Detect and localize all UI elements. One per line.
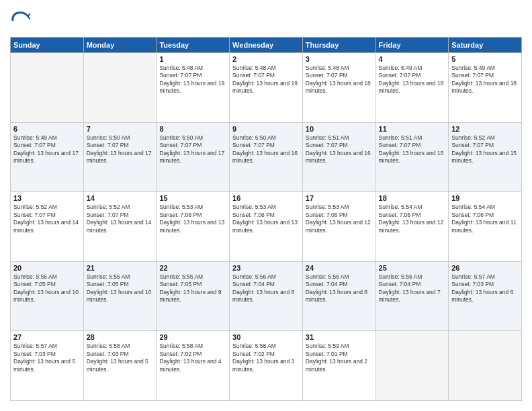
calendar-week-row: 1Sunrise: 5:48 AM Sunset: 7:07 PM Daylig… xyxy=(11,53,522,123)
cell-info: Sunrise: 5:52 AM Sunset: 7:07 PM Dayligh… xyxy=(87,203,154,234)
day-number: 24 xyxy=(306,264,373,272)
cell-info: Sunrise: 5:49 AM Sunset: 7:07 PM Dayligh… xyxy=(451,64,519,95)
day-number: 28 xyxy=(87,333,154,341)
calendar-cell xyxy=(375,331,449,401)
calendar-cell: 5Sunrise: 5:49 AM Sunset: 7:07 PM Daylig… xyxy=(449,53,522,123)
header xyxy=(10,10,522,30)
calendar-table: SundayMondayTuesdayWednesdayThursdayFrid… xyxy=(10,37,522,401)
logo xyxy=(10,10,33,30)
calendar-cell: 3Sunrise: 5:48 AM Sunset: 7:07 PM Daylig… xyxy=(302,53,375,123)
day-number: 25 xyxy=(379,264,446,272)
weekday-header-sunday: Sunday xyxy=(11,38,84,53)
weekday-header-thursday: Thursday xyxy=(302,38,375,53)
calendar-cell: 22Sunrise: 5:55 AM Sunset: 7:05 PM Dayli… xyxy=(157,261,230,331)
day-number: 3 xyxy=(306,55,373,63)
calendar-cell xyxy=(11,53,84,123)
cell-info: Sunrise: 5:54 AM Sunset: 7:06 PM Dayligh… xyxy=(379,203,446,234)
cell-info: Sunrise: 5:55 AM Sunset: 7:05 PM Dayligh… xyxy=(87,273,154,304)
day-number: 16 xyxy=(232,194,300,202)
calendar-cell: 17Sunrise: 5:53 AM Sunset: 7:06 PM Dayli… xyxy=(302,192,375,262)
cell-info: Sunrise: 5:49 AM Sunset: 7:07 PM Dayligh… xyxy=(13,134,81,165)
cell-info: Sunrise: 5:56 AM Sunset: 7:04 PM Dayligh… xyxy=(232,273,300,304)
cell-info: Sunrise: 5:50 AM Sunset: 7:07 PM Dayligh… xyxy=(87,134,154,165)
calendar-cell xyxy=(449,331,522,401)
day-number: 6 xyxy=(13,125,81,133)
day-number: 18 xyxy=(379,194,446,202)
calendar-cell: 31Sunrise: 5:59 AM Sunset: 7:01 PM Dayli… xyxy=(302,331,375,401)
calendar-cell: 2Sunrise: 5:48 AM Sunset: 7:07 PM Daylig… xyxy=(230,53,303,123)
cell-info: Sunrise: 5:54 AM Sunset: 7:06 PM Dayligh… xyxy=(451,203,519,234)
cell-info: Sunrise: 5:55 AM Sunset: 7:05 PM Dayligh… xyxy=(159,273,226,304)
calendar-cell: 30Sunrise: 5:58 AM Sunset: 7:02 PM Dayli… xyxy=(230,331,303,401)
calendar-cell: 4Sunrise: 5:49 AM Sunset: 7:07 PM Daylig… xyxy=(375,53,449,123)
weekday-header-friday: Friday xyxy=(375,38,449,53)
day-number: 30 xyxy=(232,333,300,341)
calendar-cell: 9Sunrise: 5:50 AM Sunset: 7:07 PM Daylig… xyxy=(230,122,303,192)
calendar-cell: 26Sunrise: 5:57 AM Sunset: 7:03 PM Dayli… xyxy=(449,261,522,331)
weekday-header-wednesday: Wednesday xyxy=(230,38,303,53)
day-number: 13 xyxy=(13,194,81,202)
cell-info: Sunrise: 5:52 AM Sunset: 7:07 PM Dayligh… xyxy=(451,134,519,165)
cell-info: Sunrise: 5:56 AM Sunset: 7:04 PM Dayligh… xyxy=(306,273,373,304)
cell-info: Sunrise: 5:51 AM Sunset: 7:07 PM Dayligh… xyxy=(379,134,446,165)
weekday-header-monday: Monday xyxy=(83,38,157,53)
day-number: 19 xyxy=(451,194,519,202)
calendar-cell xyxy=(83,53,157,123)
logo-icon xyxy=(10,10,30,30)
cell-info: Sunrise: 5:53 AM Sunset: 7:06 PM Dayligh… xyxy=(306,203,373,234)
day-number: 21 xyxy=(87,264,154,272)
calendar-week-row: 6Sunrise: 5:49 AM Sunset: 7:07 PM Daylig… xyxy=(11,122,522,192)
calendar-cell: 19Sunrise: 5:54 AM Sunset: 7:06 PM Dayli… xyxy=(449,192,522,262)
cell-info: Sunrise: 5:58 AM Sunset: 7:03 PM Dayligh… xyxy=(87,342,154,373)
calendar-cell: 8Sunrise: 5:50 AM Sunset: 7:07 PM Daylig… xyxy=(157,122,230,192)
weekday-header-tuesday: Tuesday xyxy=(157,38,230,53)
calendar-week-row: 27Sunrise: 5:57 AM Sunset: 7:03 PM Dayli… xyxy=(11,331,522,401)
calendar-cell: 20Sunrise: 5:55 AM Sunset: 7:05 PM Dayli… xyxy=(11,261,84,331)
cell-info: Sunrise: 5:48 AM Sunset: 7:07 PM Dayligh… xyxy=(306,64,373,95)
weekday-header-row: SundayMondayTuesdayWednesdayThursdayFrid… xyxy=(11,38,522,53)
calendar-cell: 16Sunrise: 5:53 AM Sunset: 7:06 PM Dayli… xyxy=(230,192,303,262)
calendar-cell: 6Sunrise: 5:49 AM Sunset: 7:07 PM Daylig… xyxy=(11,122,84,192)
day-number: 26 xyxy=(451,264,519,272)
calendar-cell: 12Sunrise: 5:52 AM Sunset: 7:07 PM Dayli… xyxy=(449,122,522,192)
calendar-cell: 14Sunrise: 5:52 AM Sunset: 7:07 PM Dayli… xyxy=(83,192,157,262)
cell-info: Sunrise: 5:56 AM Sunset: 7:04 PM Dayligh… xyxy=(379,273,446,304)
cell-info: Sunrise: 5:53 AM Sunset: 7:06 PM Dayligh… xyxy=(232,203,300,234)
day-number: 7 xyxy=(87,125,154,133)
calendar-week-row: 13Sunrise: 5:52 AM Sunset: 7:07 PM Dayli… xyxy=(11,192,522,262)
day-number: 27 xyxy=(13,333,81,341)
calendar-cell: 1Sunrise: 5:48 AM Sunset: 7:07 PM Daylig… xyxy=(157,53,230,123)
day-number: 15 xyxy=(159,194,226,202)
day-number: 31 xyxy=(306,333,373,341)
day-number: 29 xyxy=(159,333,226,341)
day-number: 17 xyxy=(306,194,373,202)
calendar-cell: 7Sunrise: 5:50 AM Sunset: 7:07 PM Daylig… xyxy=(83,122,157,192)
page: SundayMondayTuesdayWednesdayThursdayFrid… xyxy=(0,0,532,411)
day-number: 22 xyxy=(159,264,226,272)
day-number: 20 xyxy=(13,264,81,272)
cell-info: Sunrise: 5:57 AM Sunset: 7:03 PM Dayligh… xyxy=(451,273,519,304)
calendar-cell: 18Sunrise: 5:54 AM Sunset: 7:06 PM Dayli… xyxy=(375,192,449,262)
cell-info: Sunrise: 5:50 AM Sunset: 7:07 PM Dayligh… xyxy=(232,134,300,165)
calendar-week-row: 20Sunrise: 5:55 AM Sunset: 7:05 PM Dayli… xyxy=(11,261,522,331)
cell-info: Sunrise: 5:58 AM Sunset: 7:02 PM Dayligh… xyxy=(159,342,226,373)
calendar-cell: 28Sunrise: 5:58 AM Sunset: 7:03 PM Dayli… xyxy=(83,331,157,401)
calendar-cell: 10Sunrise: 5:51 AM Sunset: 7:07 PM Dayli… xyxy=(302,122,375,192)
calendar-cell: 13Sunrise: 5:52 AM Sunset: 7:07 PM Dayli… xyxy=(11,192,84,262)
day-number: 10 xyxy=(306,125,373,133)
day-number: 14 xyxy=(87,194,154,202)
calendar-cell: 11Sunrise: 5:51 AM Sunset: 7:07 PM Dayli… xyxy=(375,122,449,192)
calendar-cell: 21Sunrise: 5:55 AM Sunset: 7:05 PM Dayli… xyxy=(83,261,157,331)
day-number: 2 xyxy=(232,55,300,63)
cell-info: Sunrise: 5:51 AM Sunset: 7:07 PM Dayligh… xyxy=(306,134,373,165)
day-number: 11 xyxy=(379,125,446,133)
cell-info: Sunrise: 5:57 AM Sunset: 7:03 PM Dayligh… xyxy=(13,342,81,373)
cell-info: Sunrise: 5:55 AM Sunset: 7:05 PM Dayligh… xyxy=(13,273,81,304)
cell-info: Sunrise: 5:48 AM Sunset: 7:07 PM Dayligh… xyxy=(159,64,226,95)
day-number: 8 xyxy=(159,125,226,133)
day-number: 4 xyxy=(379,55,446,63)
cell-info: Sunrise: 5:50 AM Sunset: 7:07 PM Dayligh… xyxy=(159,134,226,165)
cell-info: Sunrise: 5:52 AM Sunset: 7:07 PM Dayligh… xyxy=(13,203,81,234)
day-number: 23 xyxy=(232,264,300,272)
cell-info: Sunrise: 5:53 AM Sunset: 7:06 PM Dayligh… xyxy=(159,203,226,234)
